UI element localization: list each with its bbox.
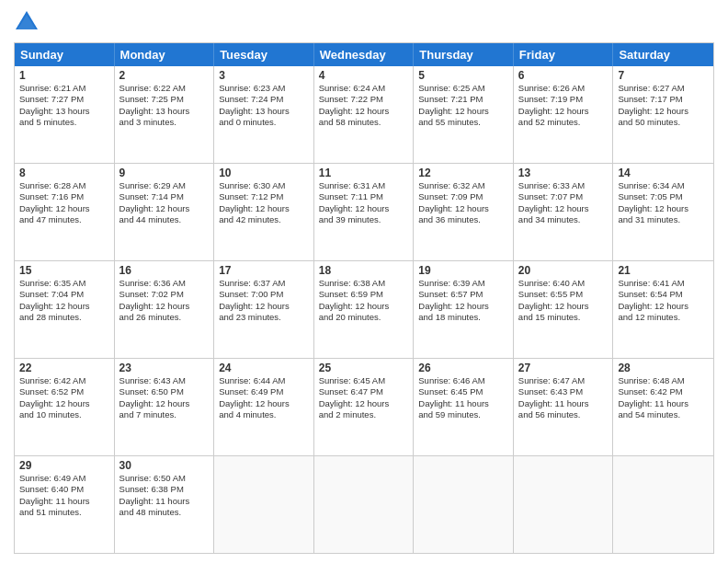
day-number: 24 [219, 362, 309, 374]
calendar-row-3: 15Sunrise: 6:35 AMSunset: 7:04 PMDayligh… [15, 261, 713, 359]
calendar-cell: 29Sunrise: 6:49 AMSunset: 6:40 PMDayligh… [15, 456, 115, 553]
cell-info-line: Sunrise: 6:21 AM [19, 83, 109, 94]
cell-info-line: Daylight: 12 hours [319, 301, 409, 312]
calendar-cell [214, 456, 314, 553]
day-number: 20 [518, 264, 609, 277]
cell-info-line: and 54 minutes. [618, 409, 709, 420]
cell-info-line: Sunrise: 6:50 AM [119, 473, 210, 484]
calendar-cell: 27Sunrise: 6:47 AMSunset: 6:43 PMDayligh… [514, 359, 614, 455]
cell-info-line: Sunrise: 6:35 AM [19, 278, 109, 289]
cell-info-line: and 55 minutes. [418, 117, 508, 128]
cell-info-line: Sunrise: 6:36 AM [119, 278, 210, 289]
day-header-thursday: Thursday [414, 43, 514, 66]
cell-info-line: Sunrise: 6:43 AM [119, 375, 210, 386]
cell-info-line: Daylight: 12 hours [518, 301, 609, 312]
cell-info-line: Sunset: 7:11 PM [319, 191, 409, 202]
cell-info-line: Daylight: 12 hours [319, 398, 409, 409]
day-number: 1 [19, 69, 109, 82]
cell-info-line: and 2 minutes. [319, 409, 409, 420]
calendar-cell: 13Sunrise: 6:33 AMSunset: 7:07 PMDayligh… [514, 164, 614, 260]
day-number: 7 [618, 69, 709, 82]
calendar-cell: 19Sunrise: 6:39 AMSunset: 6:57 PMDayligh… [414, 261, 514, 358]
cell-info-line: and 10 minutes. [19, 409, 109, 420]
calendar-row-1: 1Sunrise: 6:21 AMSunset: 7:27 PMDaylight… [15, 66, 713, 164]
cell-info-line: Sunset: 6:40 PM [19, 484, 109, 495]
cell-info-line: Sunset: 7:17 PM [618, 94, 709, 105]
cell-info-line: Sunset: 6:38 PM [119, 484, 210, 495]
page: SundayMondayTuesdayWednesdayThursdayFrid… [0, 0, 728, 563]
cell-info-line: Sunset: 7:27 PM [19, 94, 109, 105]
cell-info-line: Daylight: 12 hours [219, 203, 309, 214]
day-number: 29 [19, 459, 109, 472]
cell-info-line: Sunrise: 6:22 AM [119, 83, 210, 94]
calendar-row-5: 29Sunrise: 6:49 AMSunset: 6:40 PMDayligh… [15, 456, 713, 553]
calendar-header: SundayMondayTuesdayWednesdayThursdayFrid… [15, 43, 713, 66]
cell-info-line: Sunrise: 6:39 AM [418, 278, 508, 289]
cell-info-line: Sunrise: 6:24 AM [319, 83, 409, 94]
cell-info-line: Daylight: 12 hours [518, 203, 609, 214]
cell-info-line: and 47 minutes. [19, 214, 109, 225]
cell-info-line: Sunset: 6:47 PM [319, 386, 409, 397]
cell-info-line: Daylight: 12 hours [19, 301, 109, 312]
cell-info-line: Sunset: 7:19 PM [518, 94, 609, 105]
calendar-cell: 11Sunrise: 6:31 AMSunset: 7:11 PMDayligh… [314, 164, 415, 260]
cell-info-line: and 28 minutes. [19, 312, 109, 323]
cell-info-line: Daylight: 12 hours [219, 398, 309, 409]
cell-info-line: Daylight: 11 hours [518, 398, 609, 409]
cell-info-line: Daylight: 11 hours [618, 398, 709, 409]
calendar-cell: 7Sunrise: 6:27 AMSunset: 7:17 PMDaylight… [613, 66, 713, 163]
cell-info-line: Daylight: 12 hours [119, 398, 210, 409]
cell-info-line: Daylight: 12 hours [119, 301, 210, 312]
day-number: 26 [418, 362, 508, 374]
cell-info-line: Sunset: 6:55 PM [518, 289, 609, 300]
cell-info-line: Daylight: 13 hours [219, 106, 309, 117]
cell-info-line: Sunset: 7:09 PM [418, 191, 508, 202]
calendar-cell: 23Sunrise: 6:43 AMSunset: 6:50 PMDayligh… [115, 359, 215, 455]
cell-info-line: Sunrise: 6:33 AM [518, 180, 609, 191]
cell-info-line: and 18 minutes. [418, 312, 508, 323]
calendar-row-2: 8Sunrise: 6:28 AMSunset: 7:16 PMDaylight… [15, 164, 713, 261]
cell-info-line: Sunrise: 6:45 AM [319, 375, 409, 386]
calendar-cell [613, 456, 713, 553]
cell-info-line: Daylight: 12 hours [219, 301, 309, 312]
day-number: 9 [119, 167, 210, 179]
cell-info-line: Sunset: 7:14 PM [119, 191, 210, 202]
cell-info-line: Daylight: 12 hours [618, 301, 709, 312]
cell-info-line: and 5 minutes. [19, 117, 109, 128]
cell-info-line: Sunset: 6:50 PM [119, 386, 210, 397]
calendar-cell: 12Sunrise: 6:32 AMSunset: 7:09 PMDayligh… [414, 164, 514, 260]
day-number: 10 [219, 167, 309, 179]
cell-info-line: Sunrise: 6:34 AM [618, 180, 709, 191]
day-number: 16 [119, 264, 210, 277]
cell-info-line: Daylight: 13 hours [19, 106, 109, 117]
cell-info-line: and 51 minutes. [19, 507, 109, 518]
cell-info-line: Sunrise: 6:29 AM [119, 180, 210, 191]
cell-info-line: Sunrise: 6:30 AM [219, 180, 309, 191]
cell-info-line: Daylight: 12 hours [418, 301, 508, 312]
cell-info-line: and 20 minutes. [319, 312, 409, 323]
day-number: 8 [19, 167, 109, 179]
calendar-cell: 18Sunrise: 6:38 AMSunset: 6:59 PMDayligh… [314, 261, 415, 358]
day-header-monday: Monday [115, 43, 215, 66]
cell-info-line: Daylight: 12 hours [119, 203, 210, 214]
day-number: 14 [618, 167, 709, 179]
day-number: 3 [219, 69, 309, 82]
calendar-cell: 15Sunrise: 6:35 AMSunset: 7:04 PMDayligh… [15, 261, 115, 358]
cell-info-line: and 4 minutes. [219, 409, 309, 420]
cell-info-line: and 42 minutes. [219, 214, 309, 225]
cell-info-line: and 56 minutes. [518, 409, 609, 420]
cell-info-line: Sunset: 6:49 PM [219, 386, 309, 397]
cell-info-line: Daylight: 12 hours [618, 106, 709, 117]
cell-info-line: and 34 minutes. [518, 214, 609, 225]
cell-info-line: Daylight: 12 hours [19, 398, 109, 409]
cell-info-line: Sunrise: 6:31 AM [319, 180, 409, 191]
cell-info-line: Sunset: 6:57 PM [418, 289, 508, 300]
day-number: 12 [418, 167, 508, 179]
cell-info-line: Sunset: 7:24 PM [219, 94, 309, 105]
calendar-cell: 20Sunrise: 6:40 AMSunset: 6:55 PMDayligh… [514, 261, 614, 358]
cell-info-line: Sunrise: 6:48 AM [618, 375, 709, 386]
cell-info-line: and 39 minutes. [319, 214, 409, 225]
calendar-cell: 4Sunrise: 6:24 AMSunset: 7:22 PMDaylight… [314, 66, 415, 163]
calendar-cell: 22Sunrise: 6:42 AMSunset: 6:52 PMDayligh… [15, 359, 115, 455]
calendar-cell: 14Sunrise: 6:34 AMSunset: 7:05 PMDayligh… [613, 164, 713, 260]
